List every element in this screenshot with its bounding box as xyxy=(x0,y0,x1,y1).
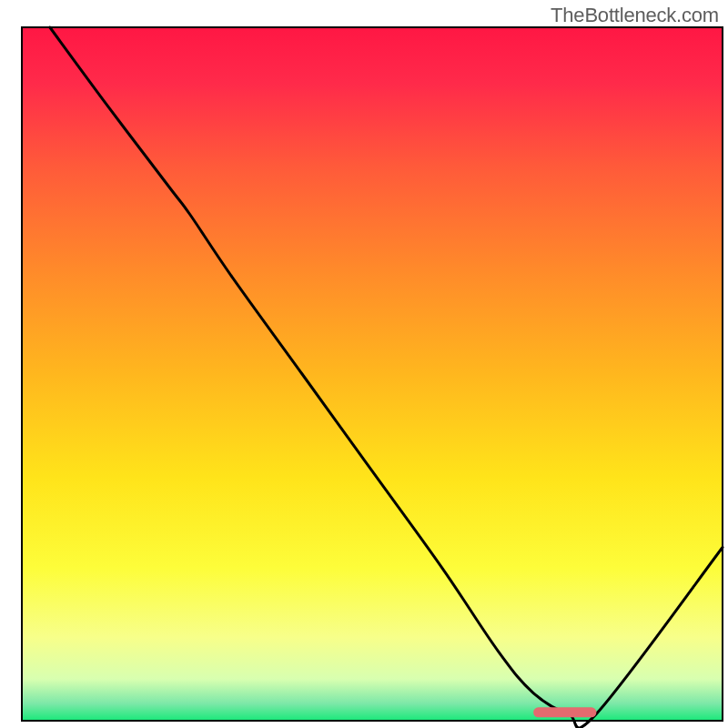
plot-area xyxy=(22,27,723,728)
bottleneck-chart xyxy=(0,0,728,728)
optimal-marker xyxy=(533,707,596,717)
watermark-text: TheBottleneck.com xyxy=(551,4,719,27)
